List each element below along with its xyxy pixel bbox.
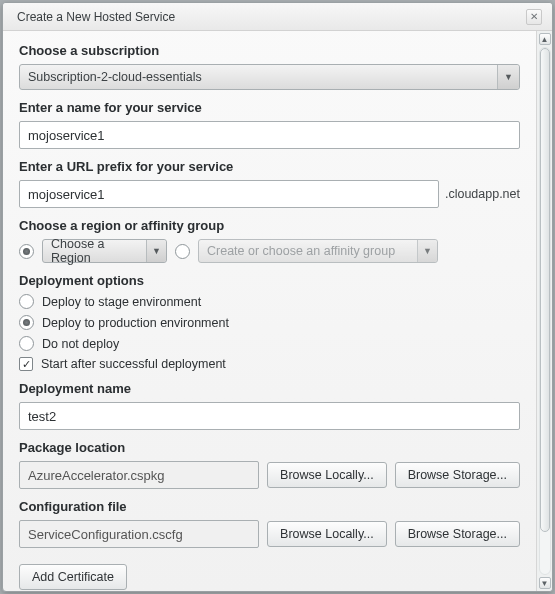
package-path-input[interactable]: [19, 461, 259, 489]
region-label: Choose a region or affinity group: [19, 218, 520, 233]
subscription-select[interactable]: Subscription-2-cloud-essentials ▼: [19, 64, 520, 90]
scroll-up-button[interactable]: ▲: [539, 33, 551, 45]
dialog-content: Choose a subscription Subscription-2-clo…: [3, 31, 536, 591]
start-after-row: ✓ Start after successful deployment: [19, 357, 520, 371]
config-path-input[interactable]: [19, 520, 259, 548]
start-after-checkbox[interactable]: ✓: [19, 357, 33, 371]
configuration-file-label: Configuration file: [19, 499, 520, 514]
config-browse-storage-button[interactable]: Browse Storage...: [395, 521, 520, 547]
region-select-value: Choose a Region: [51, 237, 142, 265]
region-select[interactable]: Choose a Region ▼: [42, 239, 167, 263]
url-prefix-input[interactable]: [19, 180, 439, 208]
package-location-label: Package location: [19, 440, 520, 455]
deploy-none-label: Do not deploy: [42, 337, 119, 351]
service-name-label: Enter a name for your service: [19, 100, 520, 115]
deploy-stage-row: Deploy to stage environment: [19, 294, 520, 309]
affinity-select[interactable]: Create or choose an affinity group ▼: [198, 239, 438, 263]
service-name-input[interactable]: [19, 121, 520, 149]
vertical-scrollbar[interactable]: ▲ ▼: [536, 31, 552, 591]
package-row: Browse Locally... Browse Storage...: [19, 461, 520, 489]
start-after-label: Start after successful deployment: [41, 357, 226, 371]
config-row: Browse Locally... Browse Storage...: [19, 520, 520, 548]
add-certificate-row: Add Certificate: [19, 564, 520, 590]
region-radio[interactable]: [19, 244, 34, 259]
deploy-none-radio[interactable]: [19, 336, 34, 351]
config-browse-local-button[interactable]: Browse Locally...: [267, 521, 387, 547]
subscription-label: Choose a subscription: [19, 43, 520, 58]
add-certificate-button[interactable]: Add Certificate: [19, 564, 127, 590]
chevron-up-icon: ▲: [541, 35, 549, 44]
url-prefix-row: .cloudapp.net: [19, 180, 520, 208]
deploy-production-label: Deploy to production environment: [42, 316, 229, 330]
dialog-body: Choose a subscription Subscription-2-clo…: [3, 31, 552, 591]
deployment-name-input[interactable]: [19, 402, 520, 430]
url-suffix: .cloudapp.net: [445, 187, 520, 201]
subscription-value: Subscription-2-cloud-essentials: [28, 70, 202, 84]
url-prefix-label: Enter a URL prefix for your service: [19, 159, 520, 174]
chevron-down-icon: ▼: [541, 579, 549, 588]
scrollbar-thumb[interactable]: [540, 48, 550, 532]
deployment-options-label: Deployment options: [19, 273, 520, 288]
package-browse-local-button[interactable]: Browse Locally...: [267, 462, 387, 488]
affinity-select-value: Create or choose an affinity group: [207, 244, 395, 258]
deploy-stage-radio[interactable]: [19, 294, 34, 309]
scrollbar-track[interactable]: [539, 47, 551, 575]
deployment-name-label: Deployment name: [19, 381, 520, 396]
package-browse-storage-button[interactable]: Browse Storage...: [395, 462, 520, 488]
close-icon: ✕: [530, 11, 538, 22]
region-row: Choose a Region ▼ Create or choose an af…: [19, 239, 520, 263]
deploy-production-radio[interactable]: [19, 315, 34, 330]
affinity-radio[interactable]: [175, 244, 190, 259]
scroll-down-button[interactable]: ▼: [539, 577, 551, 589]
dialog-title: Create a New Hosted Service: [17, 10, 175, 24]
chevron-down-icon: ▼: [497, 65, 519, 89]
dialog-titlebar: Create a New Hosted Service ✕: [3, 3, 552, 31]
close-button[interactable]: ✕: [526, 9, 542, 25]
chevron-down-icon: ▼: [417, 240, 437, 262]
deploy-none-row: Do not deploy: [19, 336, 520, 351]
deploy-production-row: Deploy to production environment: [19, 315, 520, 330]
deploy-stage-label: Deploy to stage environment: [42, 295, 201, 309]
create-hosted-service-dialog: Create a New Hosted Service ✕ Choose a s…: [2, 2, 553, 592]
chevron-down-icon: ▼: [146, 240, 166, 262]
